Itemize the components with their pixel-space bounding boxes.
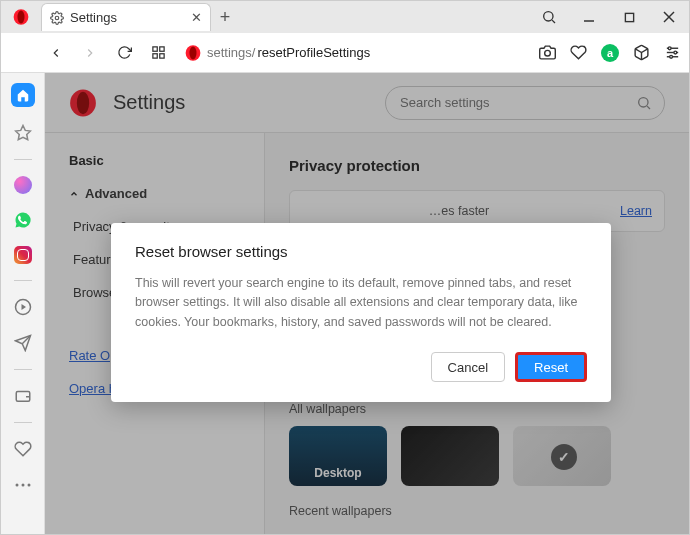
speed-dial-button[interactable] xyxy=(151,45,175,60)
svg-marker-23 xyxy=(15,126,30,140)
svg-point-31 xyxy=(27,484,30,487)
svg-point-1 xyxy=(17,11,24,24)
nav-forward-button[interactable] xyxy=(83,46,107,60)
svg-rect-12 xyxy=(160,54,164,58)
sidebar-more-button[interactable] xyxy=(13,475,33,495)
sidebar-divider xyxy=(14,159,32,160)
minimize-icon xyxy=(583,11,595,23)
dots-icon xyxy=(14,482,32,488)
house-icon xyxy=(16,88,30,102)
opera-icon xyxy=(185,45,201,61)
sidebar-home-button[interactable] xyxy=(11,83,35,107)
chevron-left-icon xyxy=(49,46,63,60)
gear-icon xyxy=(50,11,64,25)
svg-marker-25 xyxy=(21,304,26,310)
sidebar-player-button[interactable] xyxy=(13,297,33,317)
sidebar-divider xyxy=(14,280,32,281)
tab-title: Settings xyxy=(70,10,185,25)
svg-point-3 xyxy=(544,12,553,21)
opera-menu-button[interactable] xyxy=(1,1,41,33)
sidebar-bookmarks-button[interactable] xyxy=(13,123,33,143)
whatsapp-icon xyxy=(14,211,32,229)
svg-point-21 xyxy=(674,51,677,54)
maximize-button[interactable] xyxy=(609,1,649,33)
svg-point-2 xyxy=(55,16,59,20)
reset-button[interactable]: Reset xyxy=(515,352,587,382)
chevron-right-icon xyxy=(83,46,97,60)
tab-close-button[interactable]: ✕ xyxy=(191,10,202,25)
opera-icon xyxy=(13,9,29,25)
tab-settings[interactable]: Settings ✕ xyxy=(41,3,211,31)
svg-point-30 xyxy=(21,484,24,487)
svg-rect-9 xyxy=(153,47,157,51)
svg-point-22 xyxy=(670,55,673,58)
svg-point-29 xyxy=(15,484,18,487)
cancel-button[interactable]: Cancel xyxy=(431,352,505,382)
grid-icon xyxy=(151,45,166,60)
titlebar: Settings ✕ + xyxy=(1,1,689,33)
close-icon xyxy=(663,11,675,23)
camera-icon xyxy=(539,44,556,61)
search-icon xyxy=(541,9,557,25)
heart-icon xyxy=(14,440,32,458)
sidebar-messenger-button[interactable] xyxy=(14,176,32,194)
toolbar: settings/resetProfileSettings a xyxy=(1,33,689,73)
sidebar-send-button[interactable] xyxy=(13,333,33,353)
send-icon xyxy=(14,334,32,352)
svg-point-15 xyxy=(545,50,551,56)
svg-line-4 xyxy=(552,20,555,23)
easy-setup-button[interactable] xyxy=(664,44,681,61)
maximize-icon xyxy=(624,12,635,23)
cube-icon xyxy=(633,44,650,61)
nav-back-button[interactable] xyxy=(49,46,73,60)
sidebar-wallet-button[interactable] xyxy=(13,386,33,406)
sidebar-whatsapp-button[interactable] xyxy=(13,210,33,230)
sidebar-instagram-button[interactable] xyxy=(14,246,32,264)
new-tab-button[interactable]: + xyxy=(211,7,239,28)
sidebar-divider xyxy=(14,422,32,423)
wallet-icon xyxy=(14,387,32,405)
address-prefix: settings/ xyxy=(207,45,255,60)
site-identity-icon xyxy=(185,45,205,61)
heart-icon xyxy=(570,44,587,61)
bookmark-heart-button[interactable] xyxy=(570,44,587,61)
svg-rect-6 xyxy=(625,13,633,21)
address-path: resetProfileSettings xyxy=(257,45,370,60)
snapshot-button[interactable] xyxy=(539,44,556,61)
svg-point-20 xyxy=(668,47,671,50)
extension-cube-button[interactable] xyxy=(633,44,650,61)
global-search-button[interactable] xyxy=(529,1,569,33)
left-sidebar xyxy=(1,73,45,534)
close-window-button[interactable] xyxy=(649,1,689,33)
reset-settings-dialog: Reset browser settings This will revert … xyxy=(111,223,611,402)
sidebar-heart-button[interactable] xyxy=(13,439,33,459)
star-icon xyxy=(14,124,32,142)
sliders-icon xyxy=(664,44,681,61)
svg-rect-11 xyxy=(153,54,157,58)
reload-icon xyxy=(117,45,132,60)
svg-point-14 xyxy=(189,46,196,59)
extension-badge[interactable]: a xyxy=(601,44,619,62)
sidebar-divider xyxy=(14,369,32,370)
address-bar[interactable]: settings/resetProfileSettings xyxy=(185,45,529,61)
dialog-title: Reset browser settings xyxy=(135,243,587,260)
svg-rect-10 xyxy=(160,47,164,51)
minimize-button[interactable] xyxy=(569,1,609,33)
reload-button[interactable] xyxy=(117,45,141,60)
play-circle-icon xyxy=(14,298,32,316)
dialog-body: This will revert your search engine to i… xyxy=(135,274,587,332)
